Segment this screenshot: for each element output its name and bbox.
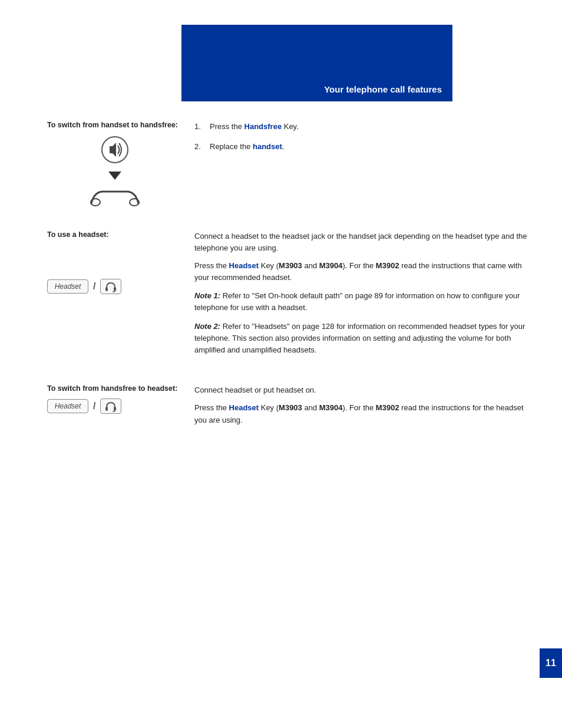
headset-key-button-1: Headset (47, 279, 88, 294)
step-list-1: 1. Press the Handsfree Key. 2. Replace t… (194, 121, 533, 152)
headset-key-row-1: Headset / (47, 279, 183, 294)
headset-key-link-2: Headset (229, 403, 259, 412)
headset-key-button-2: Headset (47, 399, 88, 413)
model-m3903: M3903 (279, 261, 302, 270)
headset-icon-1 (100, 279, 121, 294)
section-handsfree-to-headset: To switch from handsfree to headset: Hea… (47, 384, 533, 431)
handsfree-headset-body-2: Press the Headset Key (M3903 and M3904).… (194, 402, 533, 426)
step-num-1: 1. (194, 121, 205, 133)
model-m3902-2: M3902 (376, 403, 399, 412)
svg-rect-7 (105, 407, 108, 411)
handsfree-link: Handsfree (244, 122, 282, 131)
svg-marker-1 (110, 143, 116, 157)
section-left-3: To switch from handsfree to headset: Hea… (47, 384, 183, 431)
step-1-text: Press the Handsfree Key. (210, 121, 299, 133)
svg-rect-5 (105, 287, 108, 291)
step-2-text: Replace the handset. (210, 141, 284, 153)
label-use-headset: To use a headset: (47, 230, 183, 239)
note-1-label: Note 1: (194, 291, 220, 300)
headset-key-row-2: Headset / (47, 398, 183, 414)
section-use-headset: To use a headset: Headset / (47, 230, 533, 363)
section-right-3: Connect headset or put headset on. Press… (183, 384, 533, 431)
headset-key-link: Headset (229, 261, 259, 270)
handsfree-headset-body-1: Connect headset or put headset on. (194, 384, 533, 396)
key-divider-2: / (93, 401, 95, 411)
page-number-badge: 11 (540, 648, 562, 678)
model-m3904-2: M3904 (319, 403, 343, 412)
handset-link: handset (253, 142, 282, 151)
header-banner: Your telephone call features (181, 25, 452, 101)
label-handsfree-headset: To switch from handsfree to headset: (47, 384, 183, 393)
handsfree-icons (47, 135, 183, 209)
down-arrow-icon (106, 169, 124, 181)
step-num-2: 2. (194, 141, 205, 153)
note-2-text: Refer to "Headsets" on page 128 for info… (194, 322, 525, 354)
headset-svg-2 (104, 400, 117, 412)
note-2-label: Note 2: (194, 322, 220, 331)
handset-replace-icon (85, 186, 144, 209)
model-m3904: M3904 (319, 261, 343, 270)
model-m3903-2: M3903 (279, 403, 302, 412)
page-title: Your telephone call features (324, 84, 442, 94)
main-content: To switch from handset to handsfree: (47, 121, 533, 669)
model-m3902: M3902 (376, 261, 399, 270)
speaker-circle-icon (99, 135, 131, 164)
page-number: 11 (546, 658, 556, 668)
label-handset-handsfree: To switch from handset to handsfree: (47, 121, 183, 129)
step-1: 1. Press the Handsfree Key. (194, 121, 533, 133)
headset-svg-1 (104, 281, 117, 292)
section-left-2: To use a headset: Headset / (47, 230, 183, 363)
note-1-text: Refer to "Set On-hook default path" on p… (194, 291, 520, 312)
section-handset-to-handsfree: To switch from handset to handsfree: (47, 121, 533, 209)
svg-rect-6 (114, 287, 116, 291)
section-right-2: Connect a headset to the headset jack or… (183, 230, 533, 363)
headset-icon-2 (100, 398, 121, 414)
headset-body-2: Press the Headset Key (M3903 and M3904).… (194, 260, 533, 284)
section-right-1: 1. Press the Handsfree Key. 2. Replace t… (183, 121, 533, 209)
svg-rect-8 (114, 407, 116, 411)
key-divider-1: / (93, 281, 95, 292)
step-2: 2. Replace the handset. (194, 141, 533, 153)
headset-body-1: Connect a headset to the headset jack or… (194, 230, 533, 254)
note-2: Note 2: Refer to "Headsets" on page 128 … (194, 321, 533, 356)
note-1: Note 1: Refer to "Set On-hook default pa… (194, 290, 533, 314)
svg-marker-2 (108, 172, 121, 180)
section-left-1: To switch from handset to handsfree: (47, 121, 183, 209)
